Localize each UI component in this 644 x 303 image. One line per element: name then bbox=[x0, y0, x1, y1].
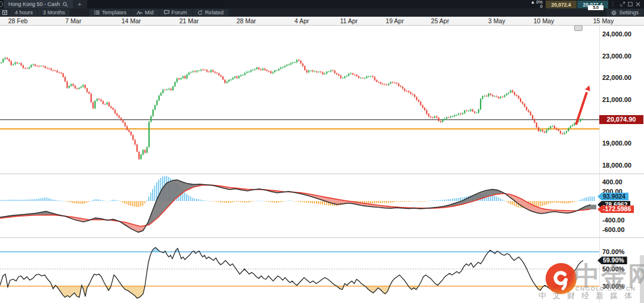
chart-anchor-icon[interactable] bbox=[574, 25, 583, 31]
forum-button[interactable]: Forum bbox=[159, 9, 192, 16]
change-readout: ▲ 0% 0 bbox=[528, 0, 546, 8]
range-button[interactable]: 3 Months bbox=[38, 9, 70, 16]
sell-price-button[interactable]: 20,072.4 bbox=[546, 1, 577, 8]
price-tick-label: 22,000.00 bbox=[602, 74, 631, 81]
date-label: 11 Apr bbox=[340, 17, 358, 24]
trading-platform-window: Hong Kong 50 - Cash + ▲ 0% 0 20,072.4 20… bbox=[0, 0, 644, 303]
rsi-tick-label: 50.00% bbox=[602, 265, 624, 273]
waveform-icon bbox=[137, 10, 143, 15]
related-button[interactable]: Related bbox=[193, 9, 228, 16]
macd-tick-label: 400.00 bbox=[602, 178, 623, 185]
popout-icon[interactable] bbox=[620, 2, 625, 7]
related-label: Related bbox=[205, 10, 224, 16]
range-label: 3 Months bbox=[43, 10, 65, 16]
date-label: 14 Mar bbox=[122, 17, 141, 24]
settings-label: Settings bbox=[619, 10, 639, 16]
date-label: 3 May bbox=[488, 17, 506, 24]
rsi-tick-label: 30.00% bbox=[602, 283, 624, 290]
date-label: 25 Apr bbox=[431, 17, 449, 24]
mid-label: Mid bbox=[145, 10, 154, 16]
date-label: 19 Apr bbox=[386, 17, 404, 24]
toolbar-row-2: 4 hours 3 Months Templates Mid Forum Rel… bbox=[0, 8, 644, 17]
date-label: 7 Mar bbox=[66, 17, 82, 24]
scrollbar-thumb[interactable] bbox=[640, 255, 644, 303]
templates-button[interactable]: Templates bbox=[89, 9, 131, 16]
tab-hong-kong-50[interactable]: Hong Kong 50 - Cash bbox=[4, 0, 73, 8]
search-icon[interactable] bbox=[63, 2, 68, 7]
date-axis[interactable]: 28 Feb7 Mar14 Mar21 Mar28 Mar4 Apr11 Apr… bbox=[0, 17, 644, 26]
price-tick-label: 21,000.00 bbox=[602, 96, 631, 103]
macd-indicator-chart[interactable] bbox=[0, 174, 644, 237]
date-label: 15 May bbox=[593, 17, 614, 24]
templates-label: Templates bbox=[102, 10, 126, 16]
interval-icon-button[interactable] bbox=[0, 9, 10, 16]
mid-price-button[interactable]: Mid bbox=[132, 9, 159, 16]
add-tab-label: + bbox=[78, 1, 81, 8]
maximize-icon[interactable] bbox=[628, 2, 633, 7]
toolbar-spacer bbox=[87, 0, 528, 8]
templates-icon bbox=[94, 10, 100, 15]
toolbar-gap bbox=[70, 8, 89, 17]
date-label: 21 Mar bbox=[179, 17, 199, 24]
options-icon[interactable]: ⋮ bbox=[609, 0, 617, 8]
related-icon bbox=[197, 10, 203, 16]
rsi-value-tag: 59.90% bbox=[597, 256, 627, 264]
forum-bubble-icon bbox=[164, 10, 169, 15]
toolbar-spacer-2 bbox=[229, 8, 607, 17]
macd-tick-label: -400.00 bbox=[602, 217, 624, 224]
date-label: 10 May bbox=[534, 17, 554, 24]
spread-badge: 5.0 bbox=[588, 5, 603, 10]
price-tick-label: 24,000.00 bbox=[602, 30, 631, 38]
spread-value: 5.0 bbox=[593, 5, 599, 10]
date-label: 28 Feb bbox=[8, 17, 28, 24]
interval-grid-icon bbox=[2, 10, 7, 15]
rsi-indicator-chart[interactable] bbox=[0, 238, 644, 303]
panel-separator-2[interactable] bbox=[0, 237, 644, 238]
add-tab-button[interactable]: + bbox=[73, 0, 87, 8]
tab-title: Hong Kong 50 - Cash bbox=[8, 1, 60, 7]
gear-icon bbox=[611, 10, 617, 16]
panel-separator-1[interactable] bbox=[0, 174, 644, 174]
macd-tick-label: -600.00 bbox=[602, 226, 624, 233]
toolbar-row-1: Hong Kong 50 - Cash + ▲ 0% 0 20,072.4 20… bbox=[0, 0, 644, 8]
change-points: 0 bbox=[540, 4, 543, 8]
main-price-chart[interactable] bbox=[0, 25, 644, 174]
window-controls bbox=[617, 0, 644, 8]
timeframe-button[interactable]: 4 hours bbox=[10, 9, 38, 16]
rsi-tick-label: 70.00% bbox=[602, 248, 624, 255]
macd-value-tag: -172.5986 bbox=[597, 205, 634, 213]
current-price-label: 20,074.90 bbox=[599, 115, 643, 124]
price-tick-label: 19,000.00 bbox=[602, 140, 631, 147]
forum-label: Forum bbox=[172, 10, 187, 16]
price-tick-label: 18,000.00 bbox=[602, 162, 631, 169]
date-label: 28 Mar bbox=[237, 17, 256, 24]
sell-price: 20,072.4 bbox=[551, 2, 571, 8]
date-label: 4 Apr bbox=[295, 17, 309, 24]
timeframe-label: 4 hours bbox=[15, 10, 33, 16]
price-tick-label: 23,000.00 bbox=[602, 52, 631, 60]
macd-value-tag: 93.9024 bbox=[597, 193, 628, 200]
settings-button[interactable]: Settings bbox=[606, 9, 643, 16]
close-icon[interactable] bbox=[636, 2, 640, 7]
